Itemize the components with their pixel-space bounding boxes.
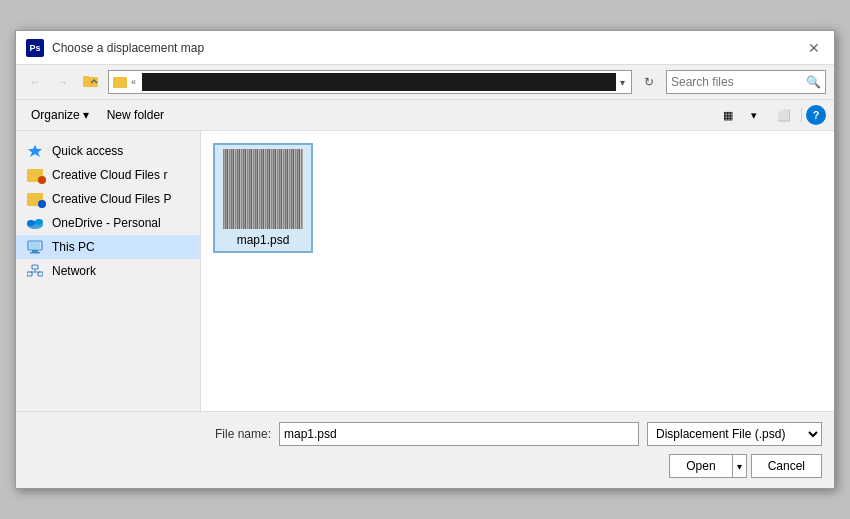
up-button[interactable] [80,71,102,93]
file-thumbnail [223,149,303,229]
network-icon [26,263,44,279]
svg-rect-10 [32,265,38,269]
sidebar: Quick access Creative Cloud Files r Crea… [16,131,201,411]
file-label: map1.psd [237,233,290,247]
file-item[interactable]: map1.psd [213,143,313,253]
address-folder-icon [113,77,127,88]
divider [801,108,802,122]
sidebar-label-network: Network [52,264,96,278]
sidebar-item-this-pc[interactable]: This PC [16,235,200,259]
ps-icon: Ps [26,39,44,57]
title-bar: Ps Choose a displacement map ✕ [16,31,834,65]
menu-bar: Organize ▾ New folder ▦ ▾ ⬜ ? [16,100,834,131]
content-area: Quick access Creative Cloud Files r Crea… [16,131,834,411]
address-chevron-icon: « [131,77,136,87]
toolbar: ← → « ▾ ↻ 🔍 [16,65,834,100]
forward-button[interactable]: → [52,71,74,93]
sidebar-label-quick-access: Quick access [52,144,123,158]
search-input[interactable] [671,75,806,89]
filetype-select[interactable]: Displacement File (.psd) [647,422,822,446]
svg-point-4 [27,220,35,226]
onedrive-icon [26,215,44,231]
svg-rect-7 [30,242,40,249]
new-folder-button[interactable]: New folder [100,105,171,125]
close-button[interactable]: ✕ [804,38,824,58]
search-box: 🔍 [666,70,826,94]
filename-label: File name: [215,427,271,441]
sidebar-label-cc-1: Creative Cloud Files r [52,168,167,182]
view-dropdown-button[interactable]: ▾ [741,104,767,126]
open-button-group: Open ▾ [669,454,746,478]
svg-marker-2 [28,145,42,157]
address-dropdown-icon[interactable]: ▾ [618,77,627,88]
sidebar-item-onedrive[interactable]: OneDrive - Personal [16,211,200,235]
dialog: Ps Choose a displacement map ✕ ← → « ▾ ↻ [15,30,835,489]
preview-icon: ⬜ [777,109,791,122]
cc-folder-b-icon [26,191,44,207]
folder-icon-small [83,74,99,91]
open-dropdown-arrow-icon: ▾ [737,461,742,472]
file-grid: map1.psd [213,143,822,253]
sidebar-label-cc-2: Creative Cloud Files P [52,192,171,206]
main-content: map1.psd [201,131,834,411]
search-icon[interactable]: 🔍 [806,75,821,89]
title-bar-left: Ps Choose a displacement map [26,39,204,57]
view-controls: ▦ ▾ ⬜ ? [715,104,826,126]
organize-button[interactable]: Organize ▾ [24,105,96,125]
organize-label: Organize [31,108,80,122]
view-mode-button[interactable]: ▦ [715,104,741,126]
svg-rect-11 [27,272,32,276]
address-bar[interactable]: « ▾ [108,70,632,94]
footer: File name: Displacement File (.psd) Open… [16,411,834,488]
refresh-button[interactable]: ↻ [638,71,660,93]
filename-input[interactable] [279,422,639,446]
view-dropdown-icon: ▾ [751,109,757,122]
svg-rect-12 [38,272,43,276]
svg-rect-1 [83,76,89,79]
open-dropdown-button[interactable]: ▾ [732,454,747,478]
svg-rect-9 [30,252,40,254]
open-button[interactable]: Open [669,454,731,478]
sidebar-item-cc-2[interactable]: Creative Cloud Files P [16,187,200,211]
thispc-icon [26,239,44,255]
svg-rect-8 [32,250,38,252]
sidebar-item-cc-1[interactable]: Creative Cloud Files r [16,163,200,187]
footer-buttons: Open ▾ Cancel [28,454,822,478]
view-split-button: ▦ ▾ [715,104,767,126]
quick-access-icon [26,143,44,159]
sidebar-label-onedrive: OneDrive - Personal [52,216,161,230]
back-button[interactable]: ← [24,71,46,93]
menu-left: Organize ▾ New folder [24,105,171,125]
sidebar-item-network[interactable]: Network [16,259,200,283]
stripe-preview [223,149,303,229]
footer-filename-row: File name: Displacement File (.psd) [28,422,822,446]
organize-arrow-icon: ▾ [83,108,89,122]
preview-button[interactable]: ⬜ [771,104,797,126]
help-button[interactable]: ? [806,105,826,125]
svg-point-5 [35,219,43,225]
cc-folder-r-icon [26,167,44,183]
view-icon: ▦ [723,109,733,122]
sidebar-item-quick-access[interactable]: Quick access [16,139,200,163]
address-path [142,73,616,91]
dialog-title: Choose a displacement map [52,41,204,55]
cancel-button[interactable]: Cancel [751,454,822,478]
sidebar-label-this-pc: This PC [52,240,95,254]
